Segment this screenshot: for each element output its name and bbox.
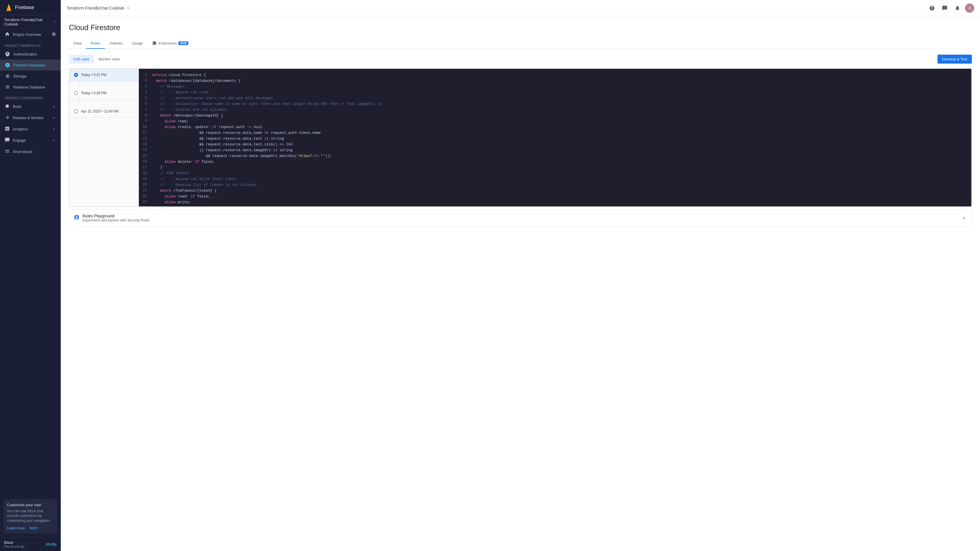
engage-expand-icon <box>51 138 56 143</box>
rules-editor-row: Today • 5:31 PM Today • 5:28 PM <box>69 68 972 207</box>
storage-label: Storage <box>13 74 27 78</box>
sidebar-item-authentication[interactable]: Authentication <box>0 49 61 60</box>
version-item-3[interactable]: Apr 12, 2023 • 12:40 AM <box>69 105 138 118</box>
release-label: Release & Monitor <box>13 116 44 120</box>
playground-icon <box>74 214 80 222</box>
sidebar-group-analytics[interactable]: Analytics <box>0 124 61 135</box>
firestore-label: Firestore Database <box>13 63 45 67</box>
topbar: Terraform FriendlyChat Codelab A <box>61 0 980 16</box>
settings-icon[interactable] <box>51 32 56 37</box>
tab-data[interactable]: Data <box>69 38 86 49</box>
version-timestamp-1: Today • 5:31 PM <box>81 73 107 77</box>
learn-more-link[interactable]: Learn more <box>7 526 25 530</box>
playground-subtitle: Experiment and explore with Security Rul… <box>83 218 150 222</box>
monitor-rules-tab[interactable]: Monitor rules <box>94 55 125 64</box>
shortcuts-section-label: Project shortcuts <box>0 40 61 49</box>
sidebar-header: Firebase <box>0 0 61 15</box>
sidebar-group-build[interactable]: Build <box>0 101 61 112</box>
playground-panel: Rules Playground Experiment and explore … <box>69 209 972 227</box>
rules-tabs: Edit rules Monitor rules <box>69 55 125 64</box>
sidebar-item-firestore[interactable]: Firestore Database <box>0 60 61 70</box>
version-timestamp-3: Apr 12, 2023 • 12:40 AM <box>81 109 119 113</box>
develop-test-button[interactable]: Develop & Test <box>937 55 972 64</box>
analytics-expand-icon <box>51 127 56 132</box>
sidebar: Firebase Terraform FriendlyChat Codelab … <box>0 0 61 551</box>
project-selector-name: Terraform FriendlyChat Codelab <box>4 17 52 26</box>
home-icon <box>5 32 10 38</box>
analytics-icon <box>5 126 10 132</box>
sidebar-item-realtime-db[interactable]: Realtime Database <box>0 81 61 92</box>
version-timestamp-2: Today • 5:28 PM <box>81 91 107 95</box>
firebase-logo-icon <box>5 3 13 11</box>
realtime-db-icon <box>5 84 10 90</box>
sidebar-item-all-products[interactable]: All products <box>0 146 61 157</box>
authentication-label: Authentication <box>13 52 37 56</box>
firestore-icon <box>5 62 10 68</box>
product-categories-label: Product categories <box>0 92 61 101</box>
release-icon <box>5 115 10 121</box>
customize-nav-desc: You can now focus your console experienc… <box>7 509 54 523</box>
authentication-icon <box>5 51 10 57</box>
all-products-label: All products <box>13 149 32 154</box>
edit-rules-tab[interactable]: Edit rules <box>69 55 94 64</box>
build-expand-icon <box>51 104 56 109</box>
plan-sub-label: Pay as you go <box>4 545 24 548</box>
build-label: Build <box>13 104 21 109</box>
dropdown-arrow-icon <box>53 20 57 24</box>
version-dot-current <box>74 73 78 77</box>
build-icon <box>5 103 10 110</box>
extensions-label: Extensions <box>159 41 177 45</box>
extensions-badge: NEW <box>178 41 188 45</box>
project-selector-topbar[interactable]: Terraform FriendlyChat Codelab <box>67 6 130 10</box>
playground-title: Rules Playground <box>83 214 150 218</box>
messages-icon-button[interactable] <box>940 3 950 13</box>
blaze-bar: Blaze Pay as you go Modify <box>0 537 61 551</box>
version-dot-2 <box>74 91 78 95</box>
engage-icon <box>5 137 10 143</box>
tab-extensions[interactable]: Extensions NEW <box>148 38 193 49</box>
playground-header[interactable]: Rules Playground Experiment and explore … <box>69 210 972 226</box>
plan-name-label: Blaze <box>4 540 24 545</box>
firebase-logo-wrap: Firebase <box>5 3 34 11</box>
versions-panel: Today • 5:31 PM Today • 5:28 PM <box>69 68 138 207</box>
got-it-link[interactable]: Got it <box>29 526 38 530</box>
page-title: Cloud Firestore <box>69 23 972 32</box>
realtime-db-label: Realtime Database <box>13 85 45 89</box>
code-editor-panel[interactable]: 1service cloud.firestore {2 match /datab… <box>138 68 972 207</box>
customize-nav-title: Customize your nav! <box>7 503 54 507</box>
main-content: Terraform FriendlyChat Codelab A Cloud F… <box>61 0 980 551</box>
user-avatar[interactable]: A <box>965 3 974 13</box>
modify-plan-button[interactable]: Modify <box>46 542 57 546</box>
sidebar-item-storage[interactable]: Storage <box>0 70 61 81</box>
topbar-project-name: Terraform FriendlyChat Codelab <box>67 6 124 10</box>
version-item-1[interactable]: Today • 5:31 PM <box>69 69 138 81</box>
help-icon-button[interactable] <box>927 3 937 13</box>
all-products-icon <box>5 149 10 155</box>
tabs-bar: Data Rules Indexes Usage Extensions NEW <box>69 38 972 49</box>
page-content: Cloud Firestore Data Rules Indexes Usage… <box>61 16 980 551</box>
app-name-label: Firebase <box>15 5 34 10</box>
tab-usage[interactable]: Usage <box>127 38 148 49</box>
playground-collapse-icon[interactable] <box>961 215 967 221</box>
customize-nav-links: Learn more Got it <box>7 526 54 530</box>
project-overview-label: Project Overview <box>13 32 41 37</box>
version-item-2[interactable]: Today • 5:28 PM <box>69 87 138 100</box>
sidebar-group-engage[interactable]: Engage <box>0 135 61 146</box>
release-expand-icon <box>51 116 56 120</box>
engage-label: Engage <box>13 138 26 143</box>
rules-toolbar: Edit rules Monitor rules Develop & Test <box>69 55 972 64</box>
version-dot-3 <box>74 109 78 113</box>
topbar-dropdown-icon <box>126 6 130 10</box>
analytics-label: Analytics <box>13 127 28 131</box>
notifications-icon-button[interactable] <box>952 3 963 13</box>
project-selector[interactable]: Terraform FriendlyChat Codelab <box>0 15 61 29</box>
sidebar-group-release[interactable]: Release & Monitor <box>0 112 61 124</box>
customize-nav-box: Customize your nav! You can now focus yo… <box>3 499 57 534</box>
tab-rules[interactable]: Rules <box>86 38 105 49</box>
extensions-icon <box>152 41 157 45</box>
tab-indexes[interactable]: Indexes <box>105 38 127 49</box>
storage-icon <box>5 73 10 79</box>
sidebar-item-project-overview[interactable]: Project Overview <box>0 29 61 40</box>
